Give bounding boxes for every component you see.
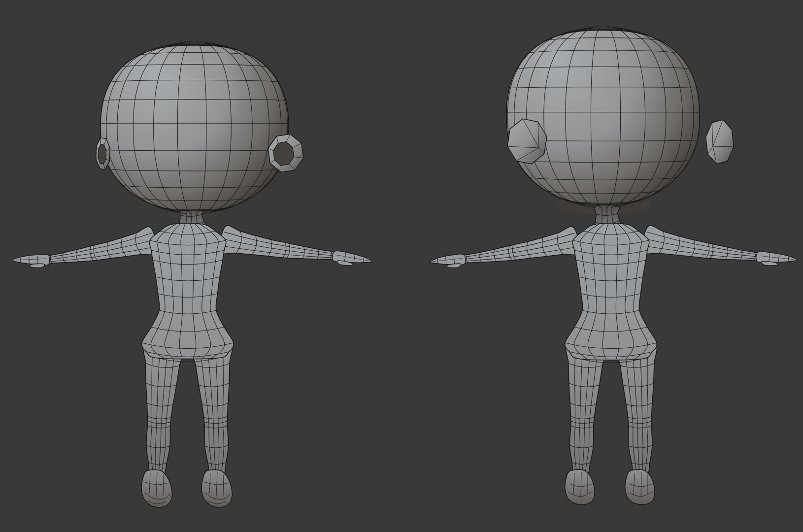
head-mesh[interactable] [506, 26, 700, 208]
render-canvas[interactable] [0, 0, 803, 532]
ear-mesh[interactable] [96, 138, 110, 169]
3d-viewport[interactable]: Two gray low-poly chibi character models… [0, 0, 803, 532]
head-mesh[interactable] [100, 41, 289, 214]
